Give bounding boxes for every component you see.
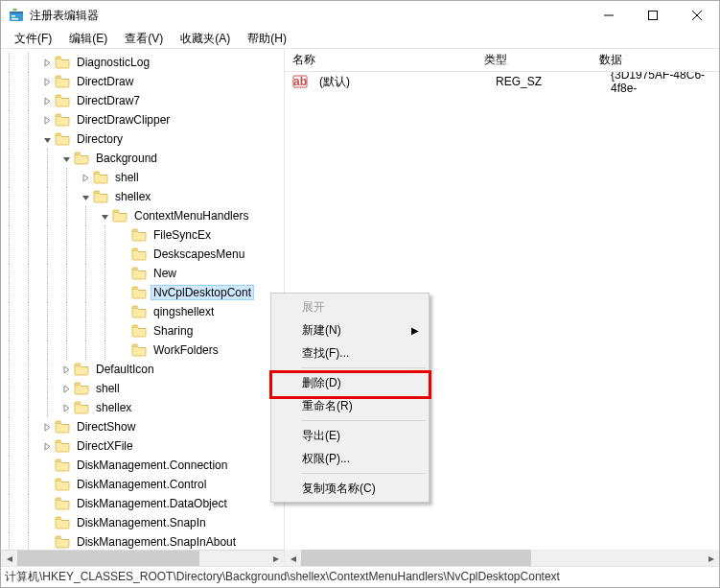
col-type[interactable]: 类型 [476,49,592,71]
tree-item[interactable]: shellex [1,187,284,206]
svg-rect-4 [649,12,658,20]
window-title: 注册表编辑器 [30,8,587,24]
list-row[interactable]: ab (默认) REG_SZ {3D1975AF-48C6-4f8e- [285,72,719,91]
tree-item[interactable]: DeskscapesMenu [1,245,284,264]
cm-rename[interactable]: 重命名(R) [273,394,427,417]
scroll-left-arrow[interactable]: ◂ [1,551,17,567]
expander-open-icon[interactable] [97,208,112,223]
svg-text:ab: ab [293,75,307,88]
scroll-right-arrow[interactable]: ▸ [267,551,284,567]
expander-closed-icon[interactable] [39,112,55,128]
tree-item[interactable]: Sharing [1,321,284,341]
tree-item[interactable]: DiskManagement.SnapInAbout [1,532,284,550]
menu-help[interactable]: 帮助(H) [240,29,294,49]
menu-file[interactable]: 文件(F) [7,29,59,49]
maximize-button[interactable] [631,1,675,30]
menubar: 文件(F) 编辑(E) 查看(V) 收藏夹(A) 帮助(H) [1,30,719,49]
expander-closed-icon[interactable] [39,93,55,108]
tree-label: DiskManagement.SnapIn [74,516,209,529]
titlebar[interactable]: 注册表编辑器 [1,1,719,30]
tree-item[interactable]: DirectDraw [1,72,284,91]
tree-h-scrollbar[interactable]: ◂ ▸ [1,550,284,566]
tree-item[interactable]: ContextMenuHandlers [1,206,284,225]
svg-rect-3 [12,18,18,20]
tree-label: DirectXFile [74,439,136,453]
regedit-icon [9,8,24,23]
context-menu: 展开 新建(N)▶ 查找(F)... 删除(D) 重命名(R) 导出(E) 权限… [270,293,430,503]
tree-item[interactable]: Background [1,149,284,168]
tree-item[interactable]: shell [1,379,284,398]
tree-label: NvCplDesktopCont [151,285,254,300]
cm-copykey[interactable]: 复制项名称(C) [273,477,427,500]
tree-item[interactable]: NvCplDesktopCont [1,283,284,302]
col-data[interactable]: 数据 [592,49,719,71]
expander-closed-icon[interactable] [78,170,93,185]
list-header: 名称 类型 数据 [285,49,719,72]
tree-item[interactable]: DirectShow [1,417,284,436]
tree-label: DeskscapesMenu [151,247,247,261]
svg-rect-2 [12,15,15,17]
expander-closed-icon[interactable] [39,55,55,70]
minimize-button[interactable] [587,1,631,30]
tree-label: DiskManagement.Connection [74,459,230,472]
tree-label: qingshellext [151,305,217,318]
tree-item[interactable]: New [1,264,284,283]
tree-label: DefaultIcon [93,363,157,376]
tree-item[interactable]: DirectDrawClipper [1,110,284,129]
expander-open-icon[interactable] [58,151,74,166]
string-value-icon: ab [292,74,308,89]
tree-item[interactable]: shell [1,168,284,187]
tree-item[interactable]: DiagnosticLog [1,53,284,72]
cm-export[interactable]: 导出(E) [273,424,427,447]
expander-open-icon[interactable] [39,131,55,147]
tree-label: shell [112,171,142,184]
tree-item[interactable]: DiskManagement.SnapIn [1,513,284,532]
cm-separator [302,473,426,474]
scroll-right-arrow[interactable]: ▸ [703,550,719,566]
tree-item[interactable]: DiskManagement.DataObject [1,494,284,513]
expander-closed-icon[interactable] [58,381,74,396]
tree-item[interactable]: qingshellext [1,302,284,321]
expander-open-icon[interactable] [78,189,93,204]
value-name: (默认) [312,72,488,93]
expander-closed-icon[interactable] [39,74,55,89]
tree-label: DiskManagement.DataObject [74,497,230,510]
cm-new[interactable]: 新建(N)▶ [273,318,427,341]
tree-item[interactable]: Directory [1,129,284,149]
scroll-thumb[interactable] [17,551,199,567]
tree-label: DiskManagement.SnapInAbout [74,535,239,549]
tree-item[interactable]: WorkFolders [1,341,284,360]
menu-edit[interactable]: 编辑(E) [61,29,115,49]
expander-closed-icon[interactable] [39,438,55,454]
scroll-thumb[interactable] [301,550,531,566]
tree-label: shellex [112,190,153,203]
expander-closed-icon[interactable] [39,419,55,435]
window-controls [587,1,719,30]
tree-view[interactable]: DiagnosticLogDirectDrawDirectDraw7Direct… [1,49,284,550]
tree-item[interactable]: FileSyncEx [1,225,284,245]
tree-item[interactable]: DiskManagement.Control [1,475,284,494]
expander-closed-icon[interactable] [58,400,74,415]
tree-panel: DiagnosticLogDirectDrawDirectDraw7Direct… [1,49,285,566]
cm-permissions[interactable]: 权限(P)... [273,447,427,470]
col-name[interactable]: 名称 [285,49,476,71]
svg-rect-1 [10,12,23,13]
menu-favorites[interactable]: 收藏夹(A) [173,29,238,49]
value-data: {3D1975AF-48C6-4f8e- [603,72,719,98]
tree-item[interactable]: shellex [1,398,284,417]
tree-label: New [151,267,179,280]
expander-closed-icon[interactable] [58,362,74,377]
menu-view[interactable]: 查看(V) [117,29,171,49]
tree-label: Background [93,152,160,165]
scroll-left-arrow[interactable]: ◂ [285,550,301,566]
tree-item[interactable]: DiskManagement.Connection [1,456,284,475]
tree-label: shellex [93,401,134,414]
cm-delete[interactable]: 删除(D) [273,371,427,394]
tree-item[interactable]: DefaultIcon [1,360,284,379]
tree-item[interactable]: DirectDraw7 [1,91,284,110]
close-button[interactable] [675,1,719,30]
tree-label: DirectDraw [74,75,136,88]
cm-find[interactable]: 查找(F)... [273,341,427,365]
list-h-scrollbar[interactable]: ◂ ▸ [285,550,719,566]
tree-item[interactable]: DirectXFile [1,436,284,456]
